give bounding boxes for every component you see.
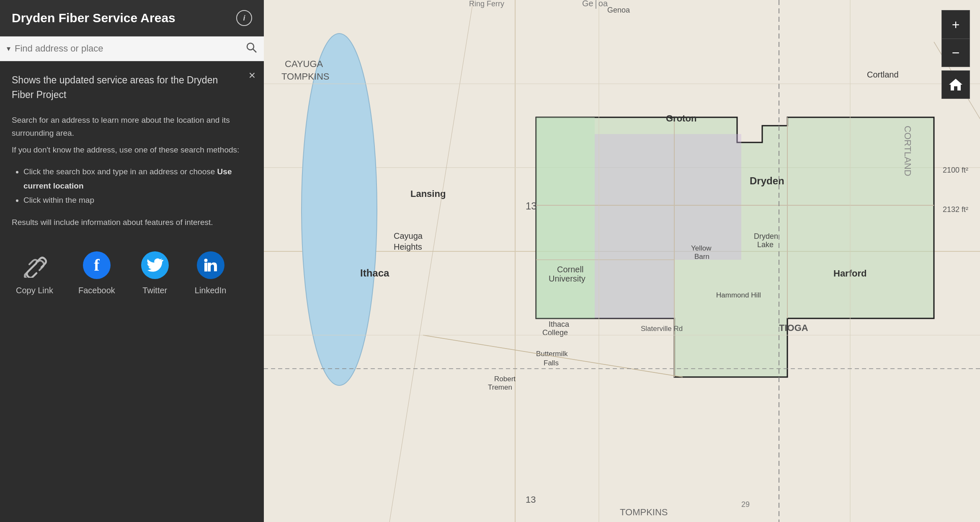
search-input[interactable] xyxy=(15,43,241,54)
svg-text:Ithaca: Ithaca xyxy=(549,320,570,328)
copy-link-label: Copy Link xyxy=(16,286,53,295)
home-button[interactable] xyxy=(941,70,970,99)
svg-text:TOMPKINS: TOMPKINS xyxy=(281,71,330,82)
svg-text:Robert: Robert xyxy=(494,375,516,383)
svg-text:Ring Ferry: Ring Ferry xyxy=(469,0,504,8)
svg-point-0 xyxy=(247,43,254,50)
sidebar: Dryden Fiber Service Areas i ▾ × Shows t… xyxy=(0,0,264,522)
svg-text:Yellow: Yellow xyxy=(691,244,712,252)
svg-text:Barn: Barn xyxy=(694,253,709,261)
description-title: Shows the updated service areas for the … xyxy=(12,73,230,102)
svg-line-2 xyxy=(32,263,36,267)
elevation-label-1: 2100 ft² xyxy=(943,166,968,175)
bullet-list: Click the search box and type in an addr… xyxy=(23,165,252,208)
svg-line-1 xyxy=(253,49,256,52)
info-button[interactable]: i xyxy=(236,10,252,26)
twitter-label: Twitter xyxy=(142,286,167,295)
results-text: Results will include information about f… xyxy=(12,218,252,227)
svg-text:Slaterville Rd: Slaterville Rd xyxy=(641,325,683,333)
map-controls: + − xyxy=(941,10,970,99)
zoom-in-button[interactable]: + xyxy=(941,10,970,39)
content-area: × Shows the updated service areas for th… xyxy=(0,61,264,522)
svg-text:Lansing: Lansing xyxy=(410,189,446,199)
header: Dryden Fiber Service Areas i xyxy=(0,0,264,36)
svg-text:Ge⌠oa: Ge⌠oa xyxy=(582,0,608,9)
svg-text:Genoa: Genoa xyxy=(607,6,630,14)
close-button[interactable]: × xyxy=(249,70,255,81)
svg-text:TIOGA: TIOGA xyxy=(779,323,808,333)
app-title: Dryden Fiber Service Areas xyxy=(12,11,236,25)
svg-text:CORTLAND: CORTLAND xyxy=(903,126,913,176)
search-button[interactable] xyxy=(245,41,257,56)
svg-point-9 xyxy=(302,34,377,385)
copy-link-icon xyxy=(20,251,49,280)
svg-text:Heights: Heights xyxy=(394,242,422,251)
linkedin-label: LinkedIn xyxy=(195,286,227,295)
svg-text:29: 29 xyxy=(741,500,750,509)
elevation-label-2: 2132 ft² xyxy=(943,205,968,214)
description-condition: If you don't know the address, use one o… xyxy=(12,143,252,156)
svg-text:Hammond Hill: Hammond Hill xyxy=(716,291,761,299)
map-area[interactable]: 13 Lansing Cayuga Heights Ithaca Cornell… xyxy=(264,0,980,522)
svg-text:Ithaca: Ithaca xyxy=(360,267,389,279)
svg-text:Tremen: Tremen xyxy=(488,383,512,391)
map-svg: 13 Lansing Cayuga Heights Ithaca Cornell… xyxy=(264,0,980,522)
share-row: Copy Link f Facebook Twitter xyxy=(12,242,252,295)
facebook-icon: f xyxy=(82,251,111,280)
dropdown-icon[interactable]: ▾ xyxy=(7,44,10,53)
svg-rect-3 xyxy=(204,263,207,271)
svg-text:Falls: Falls xyxy=(544,359,559,367)
svg-text:Cayuga: Cayuga xyxy=(394,231,423,240)
svg-text:Dryden: Dryden xyxy=(754,232,778,240)
svg-text:Cornell: Cornell xyxy=(557,265,583,274)
svg-text:College: College xyxy=(542,328,568,337)
svg-point-4 xyxy=(204,258,207,262)
svg-text:13: 13 xyxy=(526,200,537,212)
twitter-icon xyxy=(140,251,170,280)
svg-text:CAYUGA: CAYUGA xyxy=(285,59,323,69)
copy-link-button[interactable]: Copy Link xyxy=(16,251,53,295)
use-current-location-link: Use current location xyxy=(23,167,232,190)
svg-text:Buttermilk: Buttermilk xyxy=(536,350,568,358)
svg-text:Cortland: Cortland xyxy=(867,70,899,79)
svg-text:Lake: Lake xyxy=(757,240,774,249)
search-bar: ▾ xyxy=(0,36,264,61)
svg-text:TOMPKINS: TOMPKINS xyxy=(620,507,668,517)
facebook-label: Facebook xyxy=(78,286,115,295)
linkedin-button[interactable]: LinkedIn xyxy=(195,251,227,295)
linkedin-icon xyxy=(196,251,225,280)
bullet-item-1: Click the search box and type in an addr… xyxy=(23,165,252,193)
bullet-item-2: Click within the map xyxy=(23,193,252,207)
zoom-out-button[interactable]: − xyxy=(941,39,970,67)
svg-text:13: 13 xyxy=(526,494,536,505)
svg-text:University: University xyxy=(549,274,585,283)
description-body: Search for an address to learn more abou… xyxy=(12,114,252,140)
info-icon-label: i xyxy=(243,14,245,23)
svg-text:Groton: Groton xyxy=(666,113,696,124)
facebook-button[interactable]: f Facebook xyxy=(78,251,115,295)
twitter-button[interactable]: Twitter xyxy=(140,251,170,295)
